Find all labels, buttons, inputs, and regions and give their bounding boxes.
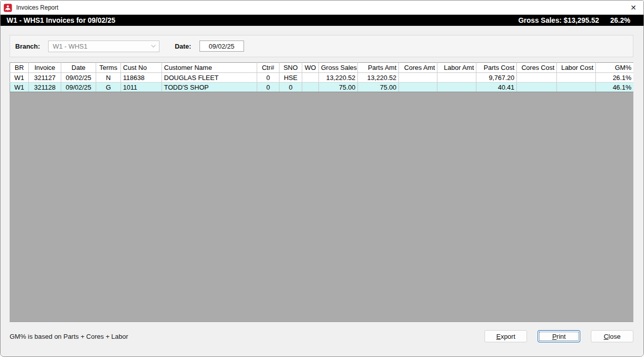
- gross-sales-total: Gross Sales: $13,295.52: [518, 16, 599, 24]
- branch-value: W1 - WHS1: [53, 43, 88, 50]
- date-label: Date:: [175, 43, 191, 50]
- column-header-parts-amt: Parts Amt: [358, 63, 399, 73]
- window-body: Branch: W1 - WHS1 Date: BRInvoiceDateTer…: [1, 26, 643, 356]
- app-icon: [4, 4, 12, 12]
- cell-invoice: 321128: [29, 83, 61, 92]
- cell-customer-name: DOUGLAS FLEET: [162, 73, 257, 83]
- cell-cores-amt: [399, 83, 437, 92]
- button-group: Export Print Close: [485, 330, 633, 342]
- column-header-customer-name: Customer Name: [162, 63, 257, 73]
- column-header-gross-sales: Gross Sales: [319, 63, 358, 73]
- invoices-report-window: Invoices Report ✕ W1 - WHS1 Invoices for…: [0, 0, 644, 357]
- print-button[interactable]: Print: [538, 330, 580, 342]
- report-header-bar: W1 - WHS1 Invoices for 09/02/25 Gross Sa…: [1, 15, 643, 26]
- cell-br: W1: [10, 83, 29, 92]
- close-button-footer[interactable]: Close: [591, 330, 633, 342]
- cell-gross-sales: 13,220.52: [319, 73, 358, 83]
- cell-labor-cost: [557, 73, 596, 83]
- invoice-table: BRInvoiceDateTermsCust NoCustomer NameCt…: [10, 62, 633, 92]
- cell-cores-cost: [517, 83, 557, 92]
- cell-ctr: 0: [257, 73, 279, 83]
- cell-date: 09/02/25: [61, 83, 96, 92]
- header-row: BRInvoiceDateTermsCust NoCustomer NameCt…: [10, 63, 634, 73]
- cell-cust-no: 1011: [121, 83, 162, 92]
- column-header-cores-amt: Cores Amt: [399, 63, 437, 73]
- title-bar: Invoices Report ✕: [1, 1, 643, 15]
- cell-invoice: 321127: [29, 73, 61, 83]
- column-header-ctr: Ctr#: [257, 63, 279, 73]
- column-header-invoice: Invoice: [29, 63, 61, 73]
- cell-sno: HSE: [279, 73, 302, 83]
- column-header-parts-cost: Parts Cost: [476, 63, 517, 73]
- column-header-br: BR: [10, 63, 29, 73]
- cell-cores-cost: [517, 73, 557, 83]
- column-header-labor-amt: Labor Amt: [437, 63, 476, 73]
- close-button[interactable]: ✕: [623, 1, 643, 15]
- branch-dropdown[interactable]: W1 - WHS1: [48, 41, 159, 52]
- chevron-down-icon: [151, 45, 156, 48]
- cell-br: W1: [10, 73, 29, 83]
- column-header-date: Date: [61, 63, 96, 73]
- export-button-label: Export: [485, 333, 527, 340]
- cell-gm: 46.1%: [596, 83, 634, 92]
- cell-terms: N: [96, 73, 121, 83]
- branch-label: Branch:: [15, 43, 40, 50]
- close-icon: ✕: [630, 4, 636, 11]
- cell-parts-cost: 40.41: [476, 83, 517, 92]
- cell-customer-name: TODD'S SHOP: [162, 83, 257, 92]
- cell-date: 09/02/25: [61, 73, 96, 83]
- column-header-wo: WO: [302, 63, 319, 73]
- gross-margin-pct: 26.2%: [610, 16, 630, 24]
- gm-note: GM% is based on Parts + Cores + Labor: [10, 333, 128, 340]
- print-button-label: Print: [538, 333, 580, 340]
- column-header-terms: Terms: [96, 63, 121, 73]
- cell-wo: [302, 73, 319, 83]
- date-input[interactable]: [199, 41, 244, 52]
- cell-parts-amt: 13,220.52: [358, 73, 399, 83]
- invoice-grid: BRInvoiceDateTermsCust NoCustomer NameCt…: [10, 62, 633, 322]
- window-title: Invoices Report: [16, 4, 58, 11]
- column-header-labor-cost: Labor Cost: [557, 63, 596, 73]
- column-header-cores-cost: Cores Cost: [517, 63, 557, 73]
- cell-terms: G: [96, 83, 121, 92]
- cell-sno: 0: [279, 83, 302, 92]
- report-title: W1 - WHS1 Invoices for 09/02/25: [7, 16, 115, 24]
- cell-labor-amt: [437, 73, 476, 83]
- invoice-row[interactable]: W132112809/02/25G1011TODD'S SHOP0075.007…: [10, 83, 634, 92]
- cell-gm: 26.1%: [596, 73, 634, 83]
- column-header-cust-no: Cust No: [121, 63, 162, 73]
- cell-parts-cost: 9,767.20: [476, 73, 517, 83]
- export-button[interactable]: Export: [485, 330, 527, 342]
- column-header-sno: SNO: [279, 63, 302, 73]
- cell-parts-amt: 75.00: [358, 83, 399, 92]
- cell-cores-amt: [399, 73, 437, 83]
- cell-cust-no: 118638: [121, 73, 162, 83]
- cell-labor-cost: [557, 83, 596, 92]
- footer-bar: GM% is based on Parts + Cores + Labor Ex…: [10, 330, 633, 342]
- column-header-gm: GM%: [596, 63, 634, 73]
- invoice-row[interactable]: W132112709/02/25N118638DOUGLAS FLEET0HSE…: [10, 73, 634, 83]
- cell-ctr: 0: [257, 83, 279, 92]
- cell-wo: [302, 83, 319, 92]
- filter-panel: Branch: W1 - WHS1 Date:: [10, 35, 633, 57]
- close-button-label: Close: [591, 333, 633, 340]
- cell-gross-sales: 75.00: [319, 83, 358, 92]
- cell-labor-amt: [437, 83, 476, 92]
